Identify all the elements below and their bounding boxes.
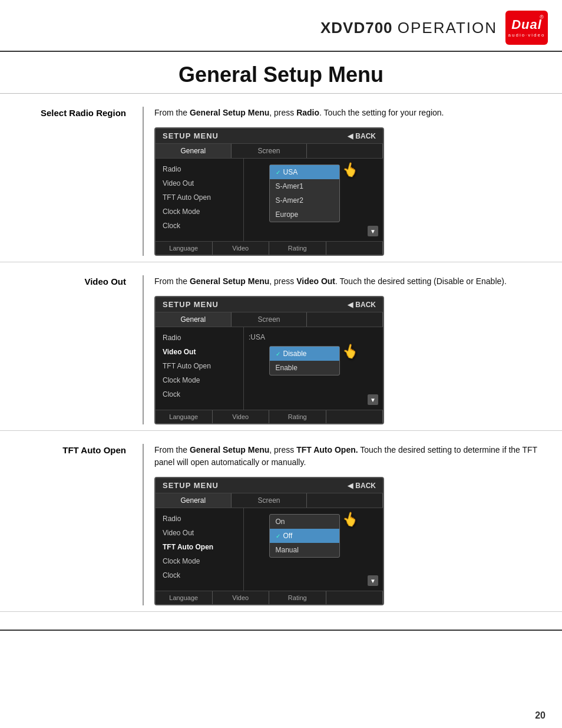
footer-tab-language-videoout[interactable]: Language bbox=[156, 410, 213, 423]
setup-screen-videoout: SETUP MENU ◀ BACK General Screen Radio V… bbox=[154, 296, 384, 424]
setup-screen-radio: SETUP MENU ◀ BACK General Screen Radio V… bbox=[154, 127, 384, 256]
setup-body-tft: Radio Video Out TFT Auto Open Clock Mode… bbox=[156, 508, 383, 591]
section-label-radio-region: Select Radio Region bbox=[14, 107, 132, 118]
dropdown-item-on[interactable]: On bbox=[270, 515, 339, 529]
dropdown-item-usa[interactable]: ✓ USA bbox=[270, 165, 339, 179]
hand-cursor-icon-tft: 👆 bbox=[340, 510, 360, 529]
setup-right-tft: On ✓ Off Manual 👆 ▼ bbox=[244, 508, 383, 591]
footer-tab-language-radio[interactable]: Language bbox=[156, 242, 213, 255]
section-divider-2 bbox=[143, 275, 144, 424]
setup-menu-list-videoout: Radio Video Out TFT Auto Open Clock Mode… bbox=[156, 327, 244, 410]
setup-tab-general-radio[interactable]: General bbox=[156, 144, 232, 158]
dropdown-tft[interactable]: On ✓ Off Manual bbox=[269, 514, 340, 558]
dropdown-item-samer2[interactable]: S-Amer2 bbox=[270, 193, 339, 207]
setup-menu-title-radio: SETUP MENU bbox=[163, 131, 219, 140]
dropdown-item-samer1[interactable]: S-Amer1 bbox=[270, 179, 339, 193]
section-tft-auto-open: TFT Auto Open From the General Setup Men… bbox=[0, 431, 562, 612]
hand-cursor-icon-radio: 👆 bbox=[340, 160, 360, 179]
menu-item-clockmode[interactable]: Clock Mode bbox=[156, 205, 243, 219]
footer-tab-video-radio[interactable]: Video bbox=[213, 242, 270, 255]
footer-tab-rating-tft[interactable]: Rating bbox=[269, 591, 326, 604]
page-number: 20 bbox=[535, 710, 546, 721]
setup-menu-title-tft: SETUP MENU bbox=[163, 481, 219, 490]
logo-subtitle: audio·video bbox=[508, 32, 546, 38]
setup-tab-screen-radio[interactable]: Screen bbox=[232, 144, 308, 158]
footer-tab-rating-videoout[interactable]: Rating bbox=[269, 410, 326, 423]
setup-body-radio: Radio Video Out TFT Auto Open Clock Mode… bbox=[156, 159, 383, 241]
setup-tabs-tft: General Screen bbox=[156, 493, 383, 508]
setup-footer-tft: Language Video Rating bbox=[156, 591, 383, 604]
setup-back-tft: ◀ BACK bbox=[348, 482, 376, 490]
setup-tab-empty1-videoout bbox=[307, 312, 383, 327]
setup-tab-screen-videoout[interactable]: Screen bbox=[232, 312, 308, 327]
setup-tab-empty1-tft bbox=[307, 493, 383, 508]
setup-menu-list-radio: Radio Video Out TFT Auto Open Clock Mode… bbox=[156, 159, 244, 241]
section-label-video-out: Video Out bbox=[14, 275, 132, 286]
menu-item-videoout[interactable]: Video Out bbox=[156, 176, 243, 190]
menu-item-clock-tft[interactable]: Clock bbox=[156, 568, 243, 582]
section-label-tft: TFT Auto Open bbox=[14, 444, 132, 455]
setup-back-radio: ◀ BACK bbox=[348, 132, 376, 140]
dropdown-item-disable[interactable]: ✓ Disable bbox=[270, 347, 339, 361]
footer-tab-language-tft[interactable]: Language bbox=[156, 591, 213, 604]
dropdown-radio[interactable]: ✓ USA S-Amer1 S-Amer2 Europe bbox=[269, 164, 340, 222]
header-product: XDVD700 bbox=[320, 19, 393, 37]
footer-tab-rating-radio[interactable]: Rating bbox=[269, 242, 326, 255]
setup-body-videoout: Radio Video Out TFT Auto Open Clock Mode… bbox=[156, 327, 383, 410]
menu-item-clock[interactable]: Clock bbox=[156, 219, 243, 233]
menu-item-radio[interactable]: Radio bbox=[156, 162, 243, 176]
dropdown-item-enable[interactable]: Enable bbox=[270, 361, 339, 375]
footer-tab-video-videoout[interactable]: Video bbox=[213, 410, 270, 423]
section-content-radio-region: From the General Setup Menu, press Radio… bbox=[154, 107, 548, 256]
setup-menu-title-videoout: SETUP MENU bbox=[163, 300, 219, 309]
dropdown-container-tft: On ✓ Off Manual 👆 bbox=[269, 512, 358, 558]
setup-menu-list-tft: Radio Video Out TFT Auto Open Clock Mode… bbox=[156, 508, 244, 591]
setup-footer-radio: Language Video Rating bbox=[156, 241, 383, 255]
logo-registered: ® bbox=[540, 14, 544, 20]
menu-item-radio-vo[interactable]: Radio bbox=[156, 331, 243, 345]
menu-item-clockmode-tft[interactable]: Clock Mode bbox=[156, 554, 243, 568]
section-divider bbox=[143, 107, 144, 256]
scroll-down-btn-videoout[interactable]: ▼ bbox=[368, 394, 378, 405]
section-desc-video-out: From the General Setup Menu, press Video… bbox=[154, 275, 548, 288]
setup-tab-general-videoout[interactable]: General bbox=[156, 312, 232, 327]
section-desc-radio-region: From the General Setup Menu, press Radio… bbox=[154, 107, 548, 119]
setup-screen-tft: SETUP MENU ◀ BACK General Screen Radio V… bbox=[154, 477, 384, 605]
setup-tab-screen-tft[interactable]: Screen bbox=[232, 493, 308, 508]
menu-item-clock-vo[interactable]: Clock bbox=[156, 387, 243, 401]
setup-right-radio: ✓ USA S-Amer1 S-Amer2 Europe 👆 ▼ bbox=[244, 159, 383, 241]
header-title: XDVD700 OPERATION bbox=[320, 19, 497, 37]
section-video-out: Video Out From the General Setup Menu, p… bbox=[0, 262, 562, 431]
menu-item-videoout-tft[interactable]: Video Out bbox=[156, 526, 243, 540]
section-divider-3 bbox=[143, 444, 144, 605]
setup-topbar-videoout: SETUP MENU ◀ BACK bbox=[156, 297, 383, 312]
setup-tab-general-tft[interactable]: General bbox=[156, 493, 232, 508]
dropdown-item-europe[interactable]: Europe bbox=[270, 207, 339, 222]
main-content: Select Radio Region From the General Set… bbox=[0, 94, 562, 630]
page-header: XDVD700 OPERATION ® Dual audio·video bbox=[0, 0, 562, 52]
footer-tab-empty-radio bbox=[326, 242, 384, 255]
dropdown-item-manual[interactable]: Manual bbox=[270, 543, 339, 557]
menu-item-videoout-vo[interactable]: Video Out bbox=[156, 345, 243, 359]
value-display-videoout: :USA bbox=[249, 331, 265, 344]
footer-tab-empty-videoout bbox=[326, 410, 384, 423]
menu-item-tftautoopen[interactable]: TFT Auto Open bbox=[156, 190, 243, 205]
setup-topbar-radio: SETUP MENU ◀ BACK bbox=[156, 129, 383, 144]
menu-item-tftautoopen-vo[interactable]: TFT Auto Open bbox=[156, 359, 243, 373]
footer-tab-video-tft[interactable]: Video bbox=[213, 591, 270, 604]
brand-logo: ® Dual audio·video bbox=[505, 11, 548, 45]
scroll-down-btn-radio[interactable]: ▼ bbox=[368, 226, 378, 236]
header-operation: OPERATION bbox=[398, 19, 497, 37]
menu-item-clockmode-vo[interactable]: Clock Mode bbox=[156, 373, 243, 387]
dropdown-videoout[interactable]: ✓ Disable Enable bbox=[269, 346, 340, 375]
setup-tabs-radio: General Screen bbox=[156, 144, 383, 159]
setup-tabs-videoout: General Screen bbox=[156, 312, 383, 327]
scroll-down-btn-tft[interactable]: ▼ bbox=[368, 575, 378, 586]
menu-item-radio-tft[interactable]: Radio bbox=[156, 512, 243, 526]
dropdown-item-off[interactable]: ✓ Off bbox=[270, 529, 339, 543]
setup-topbar-tft: SETUP MENU ◀ BACK bbox=[156, 478, 383, 493]
setup-right-videoout: :USA ✓ Disable Enable 👆 ▼ bbox=[244, 327, 383, 410]
footer-tab-empty-tft bbox=[326, 591, 384, 604]
menu-item-tftautoopen-tft[interactable]: TFT Auto Open bbox=[156, 540, 243, 554]
bottom-rule bbox=[0, 630, 562, 631]
